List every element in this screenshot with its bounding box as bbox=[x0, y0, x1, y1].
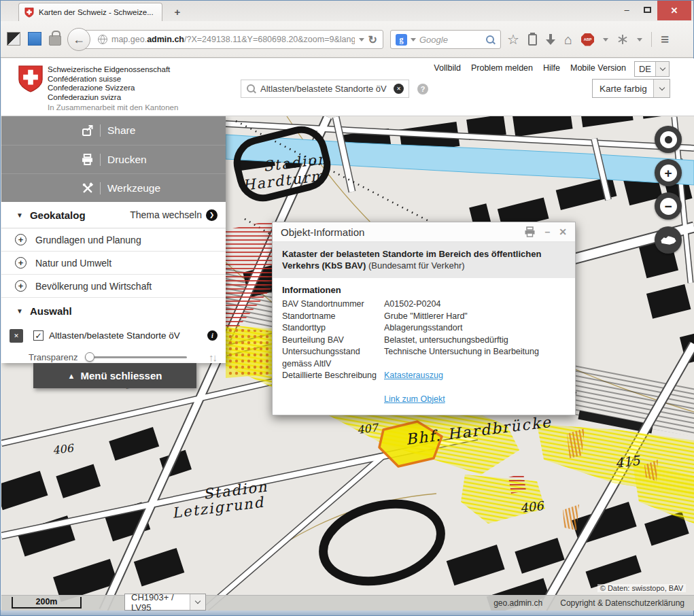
sidebar: Share Drucken Werkzeuge ▼ Geokatalog The… bbox=[1, 116, 226, 363]
swiss-coat-of-arms-icon bbox=[18, 64, 44, 94]
search-engine-placeholder[interactable]: Google bbox=[419, 35, 482, 45]
menu-up-arrow-icon: ▲ bbox=[68, 372, 75, 380]
close-menu-label: Menü schliessen bbox=[80, 370, 162, 381]
popup-header[interactable]: Objekt-Information – ✕ bbox=[273, 222, 575, 242]
info-row: StandorttypAblagerungsstandort bbox=[282, 322, 566, 335]
map-attribution: © Daten: swisstopo, BAV bbox=[597, 584, 686, 592]
engine-dropdown-icon[interactable] bbox=[411, 38, 416, 41]
label-elev-406-left: 406 bbox=[52, 441, 75, 457]
search-icon bbox=[246, 84, 256, 94]
new-tab-button[interactable]: + bbox=[169, 5, 186, 18]
url-dropdown-icon[interactable] bbox=[359, 38, 364, 41]
zoom-in-button[interactable]: + bbox=[655, 159, 682, 186]
layer-reorder-arrows[interactable]: ↑↓ bbox=[209, 352, 216, 363]
bookmarks-panel-icon[interactable] bbox=[528, 34, 537, 46]
adblock-icon[interactable]: ABP bbox=[581, 33, 594, 46]
object-link[interactable]: Link zum Objekt bbox=[384, 394, 445, 404]
category-natur[interactable]: + Natur und Umwelt bbox=[1, 252, 226, 275]
geoadmin-link[interactable]: geo.admin.ch bbox=[493, 598, 542, 608]
link-problem-melden[interactable]: Problem melden bbox=[471, 63, 533, 73]
theme-switch-button[interactable]: Thema wechseln ❯ bbox=[130, 209, 218, 221]
downloads-icon[interactable] bbox=[546, 34, 555, 46]
search-clear-button[interactable]: ✕ bbox=[394, 84, 404, 94]
layer-remove-button[interactable]: ✕ bbox=[10, 329, 23, 343]
popup-print-icon[interactable] bbox=[524, 226, 536, 237]
layer-info-icon[interactable]: i bbox=[207, 330, 218, 341]
info-row: Untersuchungsstand gemäss AltlVTechnisch… bbox=[282, 346, 566, 370]
language-select[interactable]: DE bbox=[634, 61, 670, 77]
print-label: Drucken bbox=[107, 154, 147, 166]
geolocate-button[interactable] bbox=[655, 126, 682, 153]
geokatalog-header[interactable]: ▼ Geokatalog Thema wechseln ❯ bbox=[1, 202, 226, 228]
close-menu-button[interactable]: ▲ Menü schliessen bbox=[33, 363, 196, 388]
sidebar-item-share[interactable]: Share bbox=[1, 116, 226, 145]
transparency-slider[interactable] bbox=[85, 352, 187, 362]
window-maximize-button[interactable] bbox=[637, 1, 657, 19]
home-icon[interactable]: ⌂ bbox=[564, 32, 572, 48]
link-vollbild[interactable]: Vollbild bbox=[434, 63, 461, 73]
sidebar-item-tools[interactable]: Werkzeuge bbox=[1, 173, 226, 202]
projection-select[interactable]: CH1903+ / LV95 bbox=[124, 594, 206, 611]
page-content: Stadion Hardturm Bhf. Hardbrücke Stadion… bbox=[1, 58, 694, 611]
language-chevron-icon[interactable] bbox=[655, 62, 669, 76]
slider-track[interactable] bbox=[85, 356, 187, 358]
addon-panel-icon[interactable] bbox=[28, 32, 41, 46]
category-label: Natur und Umwelt bbox=[35, 258, 111, 269]
katasterauszug-link[interactable]: Katasterauszug bbox=[384, 371, 443, 380]
back-button[interactable]: ← bbox=[67, 28, 90, 51]
basemap-select[interactable]: Karte farbig bbox=[592, 79, 670, 98]
info-row: StandortnameGrube "Mittlerer Hard" bbox=[282, 311, 566, 323]
map-search-bar[interactable]: ✕ bbox=[241, 80, 409, 98]
selection-header[interactable]: ▼ Auswahl bbox=[1, 298, 226, 324]
popup-minimize-icon[interactable]: – bbox=[544, 226, 550, 237]
window-minimize-button[interactable]: – bbox=[617, 1, 637, 19]
search-help-button[interactable]: ? bbox=[417, 84, 428, 95]
addon-lock-icon[interactable] bbox=[49, 35, 61, 46]
confederation-text: Schweizerische Eidgenossenschaft Confédé… bbox=[48, 65, 170, 102]
share-label: Share bbox=[107, 124, 135, 137]
basemap-value: Karte farbig bbox=[593, 80, 653, 97]
hamburger-menu-icon[interactable]: ≡ bbox=[661, 31, 668, 48]
layer-checkbox[interactable]: ✓ bbox=[33, 330, 44, 341]
link-mobile-version[interactable]: Mobile Version bbox=[570, 63, 626, 73]
search-input[interactable] bbox=[260, 84, 389, 94]
sidebar-item-print[interactable]: Drucken bbox=[1, 145, 226, 173]
projection-chevron-icon[interactable] bbox=[190, 594, 205, 610]
category-label: Grundlagen und Planung bbox=[35, 235, 141, 245]
popup-title: Objekt-Information bbox=[281, 226, 524, 238]
slider-knob[interactable] bbox=[85, 352, 94, 362]
popup-close-icon[interactable]: ✕ bbox=[559, 226, 567, 237]
copyright-link[interactable]: Copyright & Datenschutzerklärung bbox=[560, 598, 684, 608]
basemap-chevron-icon[interactable] bbox=[653, 80, 670, 97]
link-hilfe[interactable]: Hilfe bbox=[543, 63, 560, 73]
plus-icon: + bbox=[660, 165, 677, 182]
addon-dropdown-icon[interactable] bbox=[637, 38, 642, 41]
zoom-out-button[interactable]: − bbox=[655, 192, 682, 220]
browser-window: Karten der Schweiz - Schweize... + – ✕ ←… bbox=[0, 0, 694, 616]
window-close-button[interactable]: ✕ bbox=[657, 1, 691, 20]
label-elev-407: 407 bbox=[356, 421, 379, 437]
toolbar-divider bbox=[651, 32, 652, 47]
reload-button[interactable]: ↻ bbox=[368, 33, 377, 46]
layer-row: ✕ ✓ Altlasten/belastete Standorte öV i bbox=[1, 324, 226, 347]
info-row: Detaillierte BeschreibungKatasterauszug bbox=[282, 370, 566, 382]
url-bar[interactable]: map.geo.admin.ch/?X=249138.11&Y=680698.2… bbox=[80, 30, 383, 49]
browser-tab[interactable]: Karten der Schweiz - Schweize... bbox=[18, 3, 162, 21]
category-grundlagen[interactable]: + Grundlagen und Planung bbox=[1, 228, 226, 252]
theme-switch-label: Thema wechseln bbox=[130, 209, 202, 220]
bookmark-star-icon[interactable]: ☆ bbox=[507, 31, 519, 48]
search-engine-box[interactable]: g Google bbox=[390, 30, 501, 49]
search-go-icon[interactable] bbox=[485, 35, 496, 45]
popup-layer-heading: Kataster der belasteten Standorte im Ber… bbox=[273, 242, 575, 278]
category-bevoelkerung[interactable]: + Bevölkerung und Wirtschaft bbox=[1, 275, 226, 298]
layer-name: Altlasten/belastete Standorte öV bbox=[49, 330, 207, 341]
label-elev-415: 415 bbox=[614, 452, 642, 470]
google-favicon-icon[interactable]: g bbox=[396, 34, 407, 46]
addon-contrast-icon[interactable] bbox=[7, 32, 20, 46]
divider bbox=[100, 182, 101, 194]
default-extent-button[interactable] bbox=[655, 226, 682, 254]
adblock-dropdown-icon[interactable] bbox=[603, 38, 608, 41]
globe-icon bbox=[98, 35, 107, 44]
geoadmin-header: Schweizerische Eidgenossenschaft Confédé… bbox=[1, 58, 694, 116]
addon-burst-icon[interactable] bbox=[617, 34, 628, 45]
